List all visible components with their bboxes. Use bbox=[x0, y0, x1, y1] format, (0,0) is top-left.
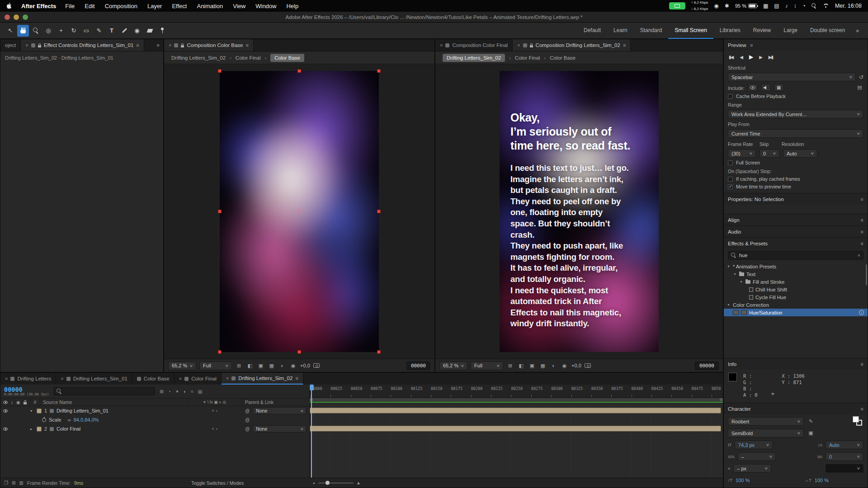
pen-tool[interactable]: ✎ bbox=[93, 25, 105, 37]
menu-item[interactable]: File bbox=[65, 3, 75, 9]
play-from-select[interactable]: Current Time∨ bbox=[728, 129, 863, 138]
cache-before-playback-checkbox[interactable] bbox=[728, 94, 733, 99]
source-name-column[interactable]: Source Name bbox=[40, 399, 187, 406]
stroke-width-select[interactable]: – px∨ bbox=[733, 464, 771, 473]
current-time-indicator-handle[interactable] bbox=[310, 385, 314, 390]
workspace-double-screen[interactable]: Double screen bbox=[804, 23, 851, 39]
include-audio-toggle[interactable] bbox=[761, 84, 771, 91]
wifi-icon[interactable] bbox=[823, 4, 829, 8]
panel-menu-icon[interactable]: ≡ bbox=[750, 42, 753, 48]
font-style-select[interactable]: SemiBold∨ bbox=[728, 429, 804, 437]
channel-icon[interactable]: ◐ bbox=[550, 362, 557, 370]
resolution-select[interactable]: Full∨ bbox=[471, 361, 503, 370]
channel-icon[interactable]: ◐ bbox=[278, 362, 286, 370]
panel-menu-icon[interactable]: ≡ bbox=[861, 241, 863, 246]
workspace-small-screen[interactable]: Small Screen bbox=[668, 23, 713, 39]
current-time-display[interactable]: 00000 bbox=[4, 386, 49, 393]
frame-rate-select[interactable]: (30)∨ bbox=[728, 149, 756, 158]
viewer-timecode[interactable]: 00000 bbox=[406, 361, 430, 370]
stroke-style-select[interactable]: ∨ bbox=[826, 464, 863, 473]
expand-composition-icon[interactable]: ❐ bbox=[4, 480, 8, 485]
selection-handle[interactable] bbox=[218, 350, 222, 354]
tree-item-text[interactable]: ▾ Text bbox=[724, 270, 868, 278]
close-icon[interactable]: × bbox=[61, 376, 63, 381]
selection-handle[interactable] bbox=[377, 210, 381, 213]
close-icon[interactable]: × bbox=[25, 42, 28, 48]
info-icon[interactable]: i bbox=[859, 310, 864, 315]
app-name[interactable]: After Effects bbox=[21, 3, 56, 9]
font-family-select[interactable]: Roobert∨ bbox=[728, 417, 804, 426]
composition-text-layer[interactable]: Okay, I’m seriously out of time here, so… bbox=[510, 111, 656, 329]
stroke-options-icon[interactable]: ▣ bbox=[807, 429, 815, 437]
anchor-point[interactable] bbox=[297, 209, 302, 214]
pickwhip-icon[interactable]: @ bbox=[245, 418, 250, 422]
work-area-bar[interactable] bbox=[310, 398, 723, 402]
workspace-standard[interactable]: Standard bbox=[634, 23, 669, 39]
workspace-learn[interactable]: Learn bbox=[607, 23, 634, 39]
zoom-out-icon[interactable]: ▲ bbox=[312, 481, 316, 484]
switches-column[interactable]: ✶ \ fx ▣ ◐ ◎ bbox=[187, 399, 242, 406]
panel-menu-icon[interactable]: ≡ bbox=[245, 42, 248, 48]
breadcrumb-color-final[interactable]: Color Final bbox=[236, 55, 261, 61]
layer-name[interactable]: Color Final bbox=[54, 426, 187, 432]
last-frame-button[interactable]: ▶▮ bbox=[769, 55, 773, 60]
motion-blur-icon[interactable]: ≈ bbox=[191, 389, 193, 394]
layer-duration-bar-2[interactable] bbox=[310, 426, 721, 432]
layer-visibility-toggle[interactable] bbox=[3, 427, 8, 431]
menu-item[interactable]: Window bbox=[255, 3, 276, 9]
fill-stroke-swatches[interactable] bbox=[853, 416, 863, 427]
preview-output-icon[interactable]: ▤ bbox=[856, 84, 863, 91]
graph-editor-icon[interactable]: ▤ bbox=[198, 389, 202, 394]
transparency-grid-icon[interactable]: ▦ bbox=[539, 362, 547, 370]
audio-icon[interactable]: ♪ bbox=[785, 3, 788, 9]
tree-item-cycle-fill-hue[interactable]: Cycle Fill Hue bbox=[724, 293, 868, 301]
zoom-tool[interactable] bbox=[30, 25, 42, 37]
layer-name[interactable]: Drifting Letters_Sim_01 bbox=[54, 408, 187, 413]
hide-shy-layers-icon[interactable]: ✶ bbox=[175, 389, 179, 394]
workspace-large[interactable]: Large bbox=[777, 23, 804, 39]
current-time-indicator[interactable] bbox=[311, 385, 312, 478]
timeline-tab-color-base[interactable]: Color Base bbox=[132, 373, 175, 385]
comp-drifting-letters-tab[interactable]: × Composition Drifting Letters_Sim_02 ≡ bbox=[513, 39, 631, 51]
breadcrumb-color-base[interactable]: Color Base bbox=[550, 55, 576, 61]
range-select[interactable]: Work Area Extended By Current…∨ bbox=[728, 110, 863, 118]
menu-item[interactable]: Layer bbox=[147, 3, 162, 9]
zoom-slider-track[interactable] bbox=[318, 483, 354, 483]
project-tab-partial[interactable]: oject bbox=[0, 39, 21, 51]
selection-handle[interactable] bbox=[218, 69, 222, 73]
close-icon[interactable]: × bbox=[517, 42, 520, 48]
selection-handle[interactable] bbox=[377, 69, 381, 73]
more-tabs-icon[interactable]: » bbox=[153, 39, 163, 51]
orbit-camera-tool[interactable]: ◎ bbox=[42, 25, 54, 37]
close-window-button[interactable] bbox=[5, 14, 10, 20]
tree-item-color-correction[interactable]: ▾ Color Correction bbox=[724, 301, 868, 309]
menu-item[interactable]: Animation bbox=[197, 3, 223, 9]
status-icon-asterisk[interactable]: ✱ bbox=[725, 3, 729, 9]
tree-item-fill-and-stroke[interactable]: ▾ Fill and Stroke bbox=[724, 278, 868, 286]
expand-switches-icon[interactable]: ⊞ bbox=[12, 480, 15, 485]
workspace-libraries[interactable]: Libraries bbox=[713, 23, 747, 39]
panel-menu-icon[interactable]: ≡ bbox=[295, 375, 298, 381]
workspace-more-icon[interactable]: » bbox=[851, 23, 863, 39]
breadcrumb-sim-02[interactable]: Drifting Letters_Sim_02 bbox=[171, 55, 226, 61]
menu-item[interactable]: View bbox=[233, 3, 245, 9]
updown-icon[interactable]: ↕ bbox=[794, 3, 797, 9]
timeline-tab-sim-01[interactable]: × Drifting Letters_Sim_01 bbox=[56, 373, 132, 385]
parent-select[interactable]: None∨ bbox=[253, 425, 307, 432]
timeline-tab-color-final[interactable]: × Color Final bbox=[175, 373, 222, 385]
tree-item-hue-saturation[interactable]: Hue/Saturation i bbox=[724, 309, 868, 316]
move-time-option[interactable]: Move time to preview time bbox=[728, 184, 863, 189]
panel-menu-icon[interactable]: ≡ bbox=[861, 217, 863, 223]
play-button[interactable]: ▶ bbox=[749, 54, 752, 60]
fill-swatch[interactable] bbox=[853, 416, 859, 422]
comp-color-final-tab[interactable]: × Composition Color Final bbox=[435, 39, 513, 51]
move-time-checkbox[interactable] bbox=[728, 184, 733, 189]
pan-camera-tool[interactable]: + bbox=[55, 25, 67, 37]
timeline-zoom-slider[interactable]: ▲ ▲ bbox=[312, 480, 361, 485]
full-screen-checkbox[interactable] bbox=[728, 160, 733, 165]
selection-tool[interactable]: ↖ bbox=[5, 25, 16, 37]
eyedropper-icon[interactable]: ✎ bbox=[807, 418, 815, 425]
pickwhip-icon[interactable]: @ bbox=[245, 408, 250, 413]
keyboard-icon[interactable]: ▤ bbox=[774, 3, 779, 9]
clear-search-icon[interactable]: × bbox=[858, 253, 860, 258]
